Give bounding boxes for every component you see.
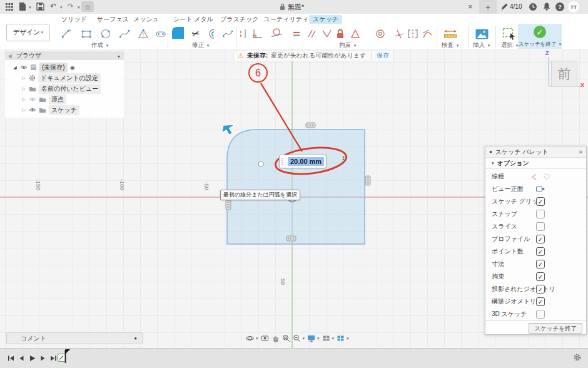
expand-icon[interactable]: ▷: [21, 108, 26, 113]
comments-bar[interactable]: コメント ●: [6, 332, 143, 344]
dimensions-checkbox[interactable]: ✓: [536, 260, 545, 268]
projected-geometry-checkbox[interactable]: ✓: [536, 285, 545, 294]
finish-sketch-button[interactable]: ✓ スケッチを終了 ▾: [518, 24, 562, 49]
notifications-bell-icon[interactable]: [542, 2, 551, 11]
help-icon[interactable]: ?: [555, 3, 564, 11]
browser-header[interactable]: « ブラウザ ●: [5, 51, 124, 60]
dimension-input[interactable]: 20.00 mm: [279, 155, 327, 168]
tree-row-root[interactable]: ◢ (未保存) ◉: [5, 62, 124, 73]
drag-grip-icon[interactable]: [281, 158, 286, 165]
polygon-tool-icon[interactable]: [136, 26, 151, 41]
collapse-right-icon[interactable]: »: [579, 148, 582, 155]
constraint-midpoint-icon[interactable]: [392, 26, 407, 41]
caret-down-icon[interactable]: ▾: [78, 5, 80, 10]
design-workspace-button[interactable]: デザイン ▾: [6, 24, 50, 41]
view-cube[interactable]: Z 前 X: [539, 50, 588, 94]
timeline-skip-end-button[interactable]: [49, 354, 58, 362]
snap-checkbox[interactable]: ✓: [536, 210, 545, 218]
profile-checkbox[interactable]: ✓: [536, 235, 545, 243]
dimension-handle-right[interactable]: [365, 176, 370, 185]
constraint-fix-lock-icon[interactable]: [333, 26, 348, 41]
undo-icon[interactable]: ↶: [50, 2, 56, 11]
constraint-equal-icon[interactable]: [289, 26, 304, 41]
constraint-symmetry-icon[interactable]: [405, 26, 420, 41]
constraint-coincident-icon[interactable]: [250, 26, 265, 41]
dimension-menu-icon[interactable]: ⋮: [340, 155, 347, 164]
eye-icon[interactable]: [29, 107, 36, 113]
options-section-header[interactable]: ▾ オプション: [485, 158, 586, 169]
tab-sheetmetal[interactable]: シート メタル: [173, 15, 213, 24]
constraint-horizontal-vertical-icon[interactable]: [236, 26, 251, 41]
constraints-checkbox[interactable]: ✓: [536, 272, 545, 281]
timeline-step-back-button[interactable]: [17, 354, 26, 362]
timeline-gear-icon[interactable]: [573, 353, 582, 362]
fillet-tool-icon[interactable]: [170, 24, 186, 41]
panel-dot-icon[interactable]: ●: [489, 149, 492, 155]
app-grid-icon[interactable]: [5, 3, 14, 11]
circle-tool-icon[interactable]: [98, 26, 113, 41]
edit-spline-icon[interactable]: [220, 26, 235, 41]
constraint-tangent-icon[interactable]: [269, 26, 284, 41]
expand-icon[interactable]: ◢: [13, 65, 18, 70]
constraint-concentric-icon[interactable]: [373, 26, 388, 41]
redo-icon[interactable]: ↷: [68, 2, 74, 11]
line-tool-icon[interactable]: [59, 26, 74, 41]
close-icon[interactable]: ×: [468, 2, 473, 11]
eye-icon[interactable]: [20, 64, 28, 70]
select-tool-icon[interactable]: [502, 26, 517, 41]
pan-hand-icon[interactable]: [271, 334, 280, 342]
tab-plastic[interactable]: プラスチック: [220, 15, 258, 24]
new-tab-icon[interactable]: +: [479, 0, 497, 14]
tree-row-origin[interactable]: ▷ 原点: [5, 94, 124, 105]
display-settings-icon[interactable]: ▾: [307, 334, 320, 342]
root-document-label[interactable]: (未保存): [39, 63, 68, 73]
timeline-play-button[interactable]: [28, 354, 36, 362]
points-checkbox[interactable]: ✓: [536, 247, 545, 256]
palette-header[interactable]: ● スケッチ パレット »: [485, 146, 586, 158]
grid-settings-icon[interactable]: ▾: [322, 334, 335, 342]
expand-icon[interactable]: ▷: [21, 97, 26, 102]
construction-geometry-checkbox[interactable]: ✓: [536, 297, 545, 306]
avatar[interactable]: TT: [568, 1, 579, 13]
constraint-perpendicular-icon[interactable]: [319, 26, 334, 41]
dimension-handle-bottom[interactable]: [286, 236, 296, 241]
trim-scissors-icon[interactable]: ✂: [186, 24, 205, 43]
linetype-construction-icon[interactable]: [530, 173, 538, 180]
home-view-icon[interactable]: ⌂: [81, 1, 94, 12]
timeline-step-forward-button[interactable]: [38, 354, 47, 362]
history-clock-icon[interactable]: [529, 3, 537, 11]
timeline-skip-start-button[interactable]: [6, 354, 15, 362]
inspect-measure-icon[interactable]: [443, 26, 458, 41]
zoom-icon[interactable]: ▾: [293, 334, 305, 342]
offset-tool-icon[interactable]: [205, 26, 220, 41]
tab-mesh[interactable]: メッシュ: [133, 15, 159, 24]
tab-sketch[interactable]: スケッチ: [309, 15, 342, 24]
view-cube-front-face[interactable]: 前: [551, 61, 577, 87]
comment-bullet-icon[interactable]: ●: [134, 335, 137, 341]
viewports-icon[interactable]: ▾: [337, 334, 349, 342]
version-badge[interactable]: 4/10: [500, 3, 522, 11]
dimension-value[interactable]: 20.00 mm: [288, 157, 324, 166]
save-icon[interactable]: [36, 3, 44, 11]
tree-row-document-settings[interactable]: ▷ ドキュメントの設定: [5, 73, 124, 83]
collapse-icon[interactable]: «: [9, 53, 13, 59]
constraint-parallel-icon[interactable]: [304, 26, 319, 41]
spline-tool-icon[interactable]: [117, 26, 132, 41]
record-icon[interactable]: ◉: [70, 64, 75, 71]
panel-dot-icon[interactable]: ●: [118, 54, 120, 58]
finish-sketch-footer-button[interactable]: スケッチを終了: [529, 323, 582, 334]
sketch-point[interactable]: [258, 161, 263, 166]
linetype-centerline-icon[interactable]: [543, 173, 550, 180]
dimension-handle-top[interactable]: [306, 123, 315, 128]
caret-down-icon[interactable]: ▾: [60, 5, 63, 10]
eye-icon[interactable]: [29, 96, 36, 102]
caret-down-icon[interactable]: ▾: [29, 5, 31, 10]
save-link[interactable]: 保存: [371, 51, 389, 60]
tree-row-named-views[interactable]: ▷ 名前の付いたビュー: [5, 83, 124, 94]
dimension-handle-left[interactable]: [226, 200, 231, 210]
file-menu-icon[interactable]: [19, 2, 26, 11]
tab-solid[interactable]: ソリッド: [61, 15, 87, 24]
orbit-icon[interactable]: ▾: [246, 334, 258, 342]
insert-image-icon[interactable]: [474, 26, 489, 41]
sketch-grid-checkbox[interactable]: ✓: [536, 197, 545, 206]
